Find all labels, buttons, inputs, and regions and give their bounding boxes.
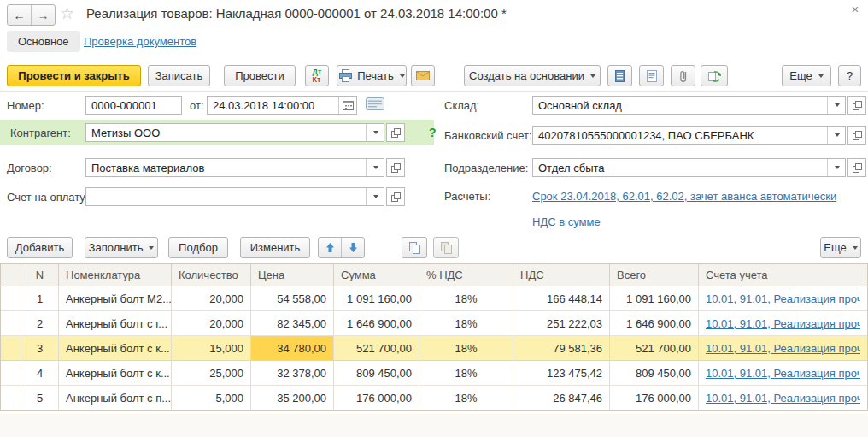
cell-vat[interactable]: 251 222,03 bbox=[513, 311, 610, 336]
column-header[interactable]: Номенклатура bbox=[59, 264, 172, 286]
favorite-star-icon[interactable]: ☆ bbox=[60, 3, 74, 23]
chevron-down-icon[interactable] bbox=[366, 124, 384, 141]
cell-qty[interactable]: 20,000 bbox=[172, 311, 251, 336]
cell-qty[interactable]: 15,000 bbox=[172, 336, 251, 361]
accounts-link[interactable]: 10.01, 91.01, Реализация проч bbox=[706, 292, 860, 305]
fill-button[interactable]: Заполнить bbox=[85, 237, 158, 258]
cell-sum[interactable]: 521 700,00 bbox=[334, 336, 419, 361]
move-up-icon[interactable] bbox=[319, 238, 341, 257]
cell-qty[interactable]: 5,000 bbox=[172, 386, 251, 410]
cell-item[interactable]: Анкерный болт с п... bbox=[59, 386, 172, 410]
items-more-button[interactable]: Еще bbox=[820, 237, 861, 258]
post-button[interactable]: Провести bbox=[224, 65, 296, 86]
save-button[interactable]: Записать bbox=[148, 65, 210, 86]
help-button[interactable]: ? bbox=[838, 65, 861, 86]
cell-n[interactable]: 4 bbox=[21, 361, 59, 386]
cell-item[interactable]: Анкерный болт с г... bbox=[59, 311, 172, 336]
cell-qty[interactable]: 25,000 bbox=[172, 361, 251, 386]
document-journal-button[interactable] bbox=[639, 65, 664, 86]
cell-vat[interactable]: 26 847,46 bbox=[513, 386, 610, 410]
back-icon[interactable]: ← bbox=[8, 5, 31, 25]
bank-account-field[interactable]: 40207810555000001234, ПАО СБЕРБАНК bbox=[532, 126, 866, 145]
cell-vat_rate[interactable]: 18% bbox=[419, 361, 513, 386]
calendar-icon[interactable] bbox=[338, 97, 356, 114]
cell-price[interactable]: 54 558,00 bbox=[251, 286, 334, 311]
counterparty-field[interactable]: Метизы ООО bbox=[85, 123, 405, 142]
counterparty-help-icon[interactable]: ? bbox=[429, 126, 437, 139]
column-header[interactable]: Сумма bbox=[334, 264, 419, 286]
cell-item[interactable]: Анкерный болт с к... bbox=[59, 336, 172, 361]
column-header[interactable]: Счета учета bbox=[699, 264, 867, 286]
cell-n[interactable]: 1 bbox=[21, 286, 59, 311]
move-down-icon[interactable] bbox=[341, 238, 364, 257]
cell-accounts[interactable]: 10.01, 91.01, Реализация проч bbox=[699, 286, 867, 311]
column-header[interactable]: Количество bbox=[172, 264, 251, 286]
cell-item[interactable]: Анкерный болт М2... bbox=[59, 286, 172, 311]
cell-vat_rate[interactable]: 18% bbox=[419, 286, 513, 311]
add-row-button[interactable]: Добавить bbox=[7, 237, 73, 258]
cell-sum[interactable]: 176 000,00 bbox=[334, 386, 419, 410]
report-button[interactable] bbox=[607, 65, 632, 86]
open-department-icon[interactable] bbox=[847, 158, 866, 177]
open-bank-account-icon[interactable] bbox=[847, 126, 866, 145]
cell-total[interactable]: 809 450,00 bbox=[610, 361, 699, 386]
cell-sum[interactable]: 809 450,00 bbox=[334, 361, 419, 386]
accounts-link[interactable]: 10.01, 91.01, Реализация проч bbox=[706, 342, 860, 355]
column-header[interactable]: Всего bbox=[610, 264, 699, 286]
table-row[interactable]: 4Анкерный болт с к...25,00032 378,00809 … bbox=[1, 361, 867, 386]
cell-price[interactable]: 82 345,00 bbox=[251, 311, 334, 336]
table-row[interactable]: 2Анкерный болт с г...20,00082 345,001 64… bbox=[1, 311, 867, 336]
column-header[interactable]: Цена bbox=[251, 264, 334, 286]
tab-main[interactable]: Основное bbox=[7, 31, 80, 52]
cell-accounts[interactable]: 10.01, 91.01, Реализация проч bbox=[699, 361, 867, 386]
table-row[interactable]: 1Анкерный болт М2...20,00054 558,001 091… bbox=[1, 286, 867, 311]
cell-accounts[interactable]: 10.01, 91.01, Реализация проч bbox=[699, 386, 867, 410]
cell-n[interactable]: 2 bbox=[21, 311, 59, 336]
edit-row-button[interactable]: Изменить bbox=[240, 237, 310, 258]
chevron-down-icon[interactable] bbox=[827, 97, 845, 114]
cell-price[interactable]: 32 378,00 bbox=[251, 361, 334, 386]
send-email-button[interactable] bbox=[411, 65, 435, 86]
cell-accounts[interactable]: 10.01, 91.01, Реализация проч bbox=[699, 336, 867, 361]
open-warehouse-icon[interactable] bbox=[847, 96, 866, 115]
chevron-down-icon[interactable] bbox=[366, 188, 384, 205]
cell-price[interactable]: 34 780,00 bbox=[251, 336, 334, 361]
department-field[interactable]: Отдел сбыта bbox=[532, 158, 866, 177]
date-field[interactable]: 24.03.2018 14:00:00 bbox=[207, 96, 357, 115]
cell-n[interactable]: 3 bbox=[21, 336, 59, 361]
table-row[interactable]: 5Анкерный болт с п...5,00035 200,00176 0… bbox=[1, 386, 867, 410]
cell-vat_rate[interactable]: 18% bbox=[419, 311, 513, 336]
cell-total[interactable]: 1 646 900,00 bbox=[610, 311, 699, 336]
cell-accounts[interactable]: 10.01, 91.01, Реализация проч bbox=[699, 311, 867, 336]
contract-field[interactable]: Поставка материалов bbox=[85, 158, 405, 177]
create-based-on-button[interactable]: Создать на основании bbox=[464, 65, 601, 86]
print-button[interactable]: Печать bbox=[337, 65, 407, 86]
column-header[interactable]: НДС bbox=[513, 264, 610, 286]
vat-in-sum-link[interactable]: НДС в сумме bbox=[532, 216, 601, 228]
cell-sum[interactable]: 1 091 160,00 bbox=[334, 286, 419, 311]
cell-price[interactable]: 35 200,00 bbox=[251, 386, 334, 410]
number-field[interactable]: 0000-000001 bbox=[85, 96, 182, 115]
table-row[interactable]: 3Анкерный болт с к...15,00034 780,00521 … bbox=[1, 336, 867, 361]
close-icon[interactable]: × bbox=[847, 2, 863, 16]
copy-row-button[interactable] bbox=[402, 237, 427, 258]
payment-invoice-field[interactable] bbox=[85, 187, 405, 206]
chevron-down-icon[interactable] bbox=[827, 159, 845, 176]
open-counterparty-icon[interactable] bbox=[386, 123, 405, 142]
cell-total[interactable]: 521 700,00 bbox=[610, 336, 699, 361]
show-postings-button[interactable]: ДтКт bbox=[305, 65, 329, 86]
forward-icon[interactable]: → bbox=[31, 5, 55, 25]
chevron-down-icon[interactable] bbox=[827, 127, 845, 144]
post-and-close-button[interactable]: Провести и закрыть bbox=[7, 65, 141, 86]
cell-vat[interactable]: 79 581,36 bbox=[513, 336, 610, 361]
accounts-link[interactable]: 10.01, 91.01, Реализация проч bbox=[706, 392, 860, 405]
open-payment-invoice-icon[interactable] bbox=[386, 187, 405, 206]
accounts-link[interactable]: 10.01, 91.01, Реализация проч bbox=[706, 367, 860, 380]
accounts-link[interactable]: 10.01, 91.01, Реализация проч bbox=[706, 317, 860, 330]
column-header[interactable]: N bbox=[21, 264, 59, 286]
document-register-button[interactable] bbox=[366, 97, 386, 116]
warehouse-field[interactable]: Основной склад bbox=[532, 96, 866, 115]
cell-vat[interactable]: 123 475,42 bbox=[513, 361, 610, 386]
cell-vat_rate[interactable]: 18% bbox=[419, 386, 513, 410]
pick-button[interactable]: Подбор bbox=[168, 237, 228, 258]
